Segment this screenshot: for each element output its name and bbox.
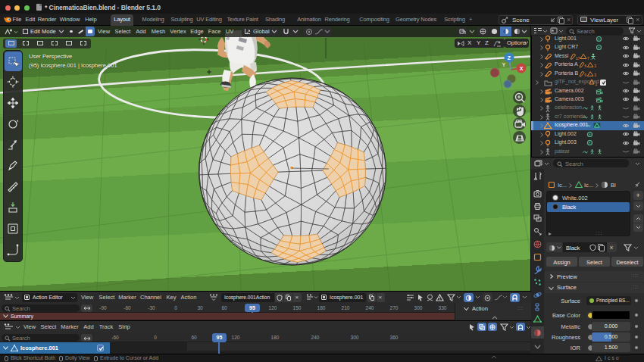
svg-text:3: 3 (594, 73, 596, 77)
svg-text:2: 2 (596, 82, 598, 86)
svg-text:Z: Z (508, 55, 511, 61)
svg-text:7: 7 (587, 55, 589, 60)
svg-text:Y: Y (502, 62, 506, 67)
svg-text:17: 17 (576, 55, 580, 60)
svg-text:6: 6 (585, 64, 587, 68)
svg-text:3: 3 (594, 64, 596, 68)
svg-text:6: 6 (585, 73, 587, 77)
svg-text:X: X (520, 66, 524, 71)
